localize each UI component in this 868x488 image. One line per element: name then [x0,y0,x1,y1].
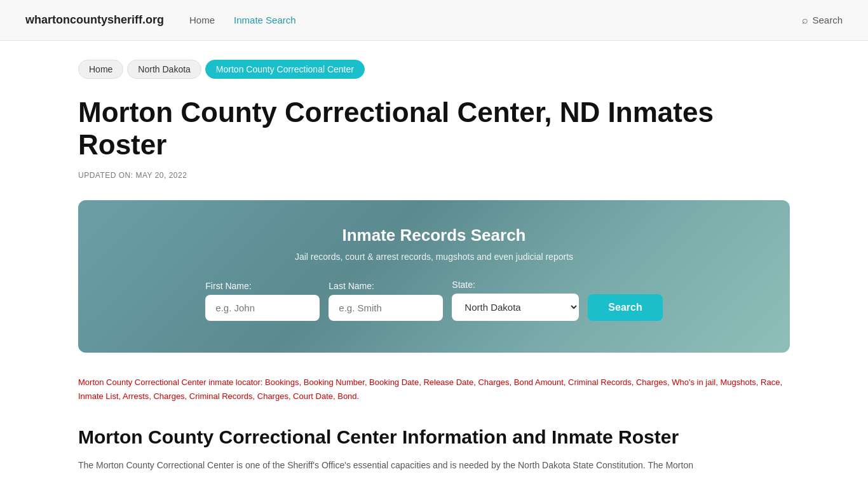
header-search-button[interactable]: ⌕ Search [802,15,843,26]
search-banner-title: Inmate Records Search [116,226,752,245]
state-label: State: [452,280,579,290]
search-form: First Name: Last Name: State: North Dako… [116,280,752,321]
nav-inmate-search-link[interactable]: Inmate Search [234,15,296,25]
section-body: The Morton County Correctional Center is… [78,458,790,473]
breadcrumb-home[interactable]: Home [78,60,123,79]
first-name-label: First Name: [205,281,320,291]
search-banner-subtitle: Jail records, court & arrest records, mu… [116,252,752,262]
search-button[interactable]: Search [588,294,662,321]
site-header: whartoncountysheriff.org Home Inmate Sea… [0,0,868,41]
first-name-group: First Name: [205,281,320,321]
breadcrumb-north-dakota[interactable]: North Dakota [127,60,201,79]
updated-label: UPDATED ON: MAY 20, 2022 [78,171,790,180]
inmate-records-search-banner: Inmate Records Search Jail records, cour… [78,200,790,353]
breadcrumb: Home North Dakota Morton County Correcti… [78,60,790,79]
main-content: Home North Dakota Morton County Correcti… [53,41,815,488]
site-logo[interactable]: whartoncountysheriff.org [25,13,164,27]
section-heading: Morton County Correctional Center Inform… [78,426,790,448]
header-search-label: Search [812,15,843,25]
last-name-label: Last Name: [329,281,443,291]
last-name-group: Last Name: [329,281,443,321]
state-select[interactable]: North DakotaAlabamaAlaskaArizonaArkansas… [452,294,579,321]
state-group: State: North DakotaAlabamaAlaskaArizonaA… [452,280,579,321]
description-text: Morton County Correctional Center inmate… [78,376,790,403]
page-title: Morton County Correctional Center, ND In… [78,97,790,161]
last-name-input[interactable] [329,295,443,321]
nav-home-link[interactable]: Home [189,15,215,25]
main-nav: Home Inmate Search [189,15,776,25]
first-name-input[interactable] [205,295,320,321]
breadcrumb-morton-county[interactable]: Morton County Correctional Center [205,60,365,79]
search-icon: ⌕ [802,15,808,26]
